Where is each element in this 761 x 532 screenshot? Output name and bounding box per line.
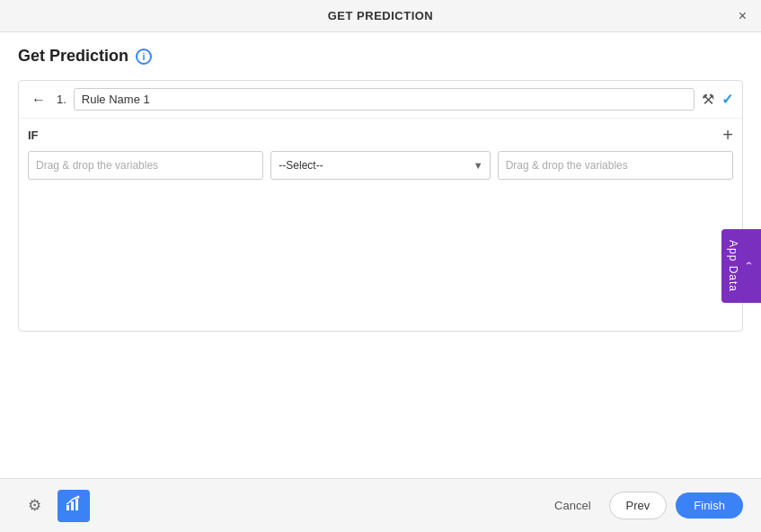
gear-settings-button[interactable]: ⚙ [18,490,50,522]
rule-action-buttons: ⚒ ✓ [702,91,733,108]
select-wrapper: --Select-- ▼ [270,151,490,180]
svg-point-3 [77,496,80,499]
title-bar: GET PREDICTION × [0,0,761,32]
if-section: IF + Drag & drop the variables --Select-… [19,119,742,187]
if-label: IF [28,129,39,142]
cancel-button[interactable]: Cancel [545,493,599,518]
add-condition-button[interactable]: + [722,126,733,144]
rule-name-input[interactable] [74,88,695,111]
svg-rect-0 [66,505,69,510]
svg-rect-2 [75,499,78,510]
rule-section: ← 1. ⚒ ✓ IF + Drag & drop the variab [18,80,743,332]
if-header: IF + [28,126,733,144]
main-content: Get Prediction i ← 1. ⚒ ✓ [0,32,761,478]
check-icon[interactable]: ✓ [721,91,733,108]
bottom-actions: Cancel Prev Finish [545,492,743,519]
finish-button[interactable]: Finish [676,492,743,519]
svg-rect-1 [71,501,74,510]
close-button[interactable]: × [735,7,750,25]
if-row: Drag & drop the variables --Select-- ▼ D… [28,151,733,180]
rule-empty-area [19,187,742,331]
toolbar-icons: ⚙ [18,490,90,522]
chart-icon [66,495,82,516]
rule-number: 1. [57,93,66,106]
prev-button[interactable]: Prev [609,492,668,519]
bottom-toolbar: ⚙ Cancel Prev [0,478,761,532]
app-data-label: App Data [727,240,739,292]
drag-drop-left[interactable]: Drag & drop the variables [28,151,263,180]
rule-header: ← 1. ⚒ ✓ [19,81,742,119]
info-icon[interactable]: i [136,49,152,65]
modal-title: GET PREDICTION [328,9,434,22]
app-data-tab[interactable]: ‹ App Data [721,229,761,303]
gear-icon: ⚙ [28,496,41,515]
drag-drop-right[interactable]: Drag & drop the variables [498,151,733,180]
header-row: Get Prediction i [18,47,743,66]
chevron-left-icon: ‹ [743,262,756,265]
modal: GET PREDICTION × ‹ App Data Get Predicti… [0,0,761,532]
back-button[interactable]: ← [28,92,49,108]
chart-button[interactable] [58,490,90,522]
settings-icon[interactable]: ⚒ [702,91,714,108]
condition-select[interactable]: --Select-- [270,151,490,180]
page-title: Get Prediction [18,47,128,66]
modal-wrapper: GET PREDICTION × ‹ App Data Get Predicti… [0,0,761,532]
